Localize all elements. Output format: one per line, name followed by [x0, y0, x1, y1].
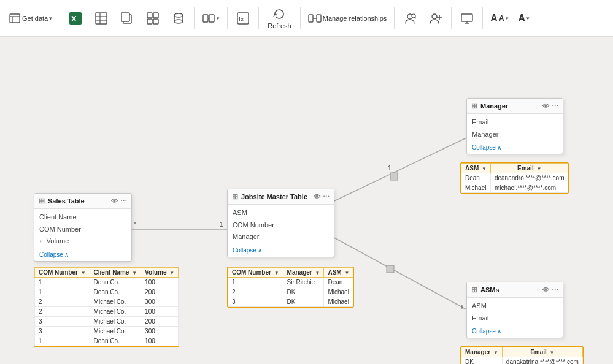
jobsite-col-asm[interactable]: ASM ▼	[324, 268, 353, 278]
manage-relationships-button[interactable]: Manage relationships	[304, 9, 391, 28]
table-row: 2Michael Co.100	[35, 307, 179, 317]
jobsite-col-comnumber[interactable]: COM Number ▼	[228, 268, 283, 278]
person-add-button[interactable]	[424, 9, 447, 28]
manager-table-header-left: ⊞ Manager	[471, 102, 508, 110]
table-cell: 100	[141, 336, 179, 346]
copy-button[interactable]	[115, 9, 139, 28]
table-cell: Dean Co.	[90, 278, 141, 287]
sales-field-volume: Σ Volume	[39, 235, 126, 248]
grid-button[interactable]	[141, 9, 164, 28]
sales-col-comnumber[interactable]: COM Number ▼	[35, 268, 90, 278]
table-cell: 3	[35, 317, 90, 327]
relationship-canvas[interactable]: * 1 1 * * 1 ⊞ Sales Table 👁 ⋯ Clie	[0, 37, 613, 364]
svg-rect-46	[387, 265, 394, 273]
table-icon-jobsite: ⊞	[232, 192, 238, 201]
manager-col-asm[interactable]: ASM ▼	[461, 164, 491, 173]
screen-button[interactable]	[455, 9, 479, 28]
table-cell: deanandro.****@****.com	[490, 173, 568, 183]
asms-col-email[interactable]: Email ▼	[502, 347, 582, 357]
table-cell: michael.****@****.com	[490, 183, 568, 193]
person-search-button[interactable]	[398, 9, 422, 28]
collapse-chevron-up3: ∧	[497, 144, 501, 151]
jobsite-collapse[interactable]: Collapse ∧	[228, 246, 334, 257]
sales-table-title: Sales Table	[48, 197, 85, 205]
jobsite-field-asm: ASM	[233, 207, 329, 219]
asms-table-title: ASMs	[480, 286, 499, 294]
sales-table-card: ⊞ Sales Table 👁 ⋯ Client Name COM Number…	[34, 193, 132, 262]
sales-collapse[interactable]: Collapse ∧	[34, 250, 131, 261]
transform-button[interactable]: ▾	[198, 9, 223, 28]
toolbar-sep-6	[394, 7, 395, 29]
collapse-chevron-up: ∧	[64, 251, 69, 258]
jobsite-data-table: COM Number ▼ Manager ▼ ASM ▼ 1Sir Ritchi…	[227, 267, 354, 308]
table-cell: Dean	[461, 173, 491, 183]
table-cell: Michael Co.	[90, 307, 141, 317]
table-cell: Michael Co.	[90, 327, 141, 336]
svg-rect-24	[309, 15, 313, 22]
table-cell: 2	[228, 287, 283, 297]
manager-eye-icon[interactable]: 👁	[542, 102, 549, 110]
svg-text:1: 1	[460, 304, 464, 311]
collapse-chevron-up4: ∧	[497, 328, 501, 335]
svg-rect-11	[147, 13, 152, 18]
toolbar-sep-4	[258, 7, 259, 29]
table-cell: Michael	[461, 183, 491, 193]
table-row: DKdanakatrina.****@****.com	[461, 357, 583, 365]
asms-col-manager[interactable]: Manager ▼	[461, 347, 503, 357]
manager-collapse[interactable]: Collapse ∧	[467, 143, 563, 154]
jobsite-eye-icon[interactable]: 👁	[314, 193, 320, 201]
sales-table-data: COM Number ▼ Client Name ▼ Volume ▼ 1Dea…	[34, 267, 179, 346]
asms-eye-icon[interactable]: 👁	[542, 286, 549, 294]
jobsite-table-card: ⊞ Jobsite Master Table 👁 ⋯ ASM COM Numbe…	[227, 189, 334, 257]
jobsite-col-manager[interactable]: Manager ▼	[283, 268, 324, 278]
table-icon-manager: ⊞	[471, 102, 477, 110]
table-button[interactable]	[90, 9, 113, 28]
svg-rect-33	[461, 14, 472, 21]
jobsite-table-title: Jobsite Master Table	[241, 193, 307, 200]
database-button[interactable]	[167, 9, 190, 28]
table-cell: 100	[141, 278, 179, 287]
table-cell: DK	[283, 287, 324, 297]
asms-data-table: Manager ▼ Email ▼ DKdanakatrina.****@***…	[460, 346, 584, 364]
toolbar-sep-1	[60, 7, 60, 29]
table-cell: Michael	[324, 287, 353, 297]
manager-col-email[interactable]: Email ▼	[490, 164, 568, 173]
sales-col-clientname[interactable]: Client Name ▼	[90, 268, 141, 278]
collapse-chevron-up2: ∧	[258, 247, 262, 254]
table-cell: Sir Ritchie	[283, 278, 324, 287]
svg-text:*: *	[134, 221, 136, 228]
new-measure-button[interactable]: fx	[231, 9, 255, 28]
sales-more-icon[interactable]: ⋯	[120, 197, 127, 205]
table-cell: DK	[283, 297, 324, 307]
table-cell: Dean	[324, 278, 353, 287]
toolbar-sep-7	[451, 7, 452, 29]
table-cell: 200	[141, 287, 179, 297]
sales-eye-icon[interactable]: 👁	[111, 197, 118, 205]
text-size-b-button[interactable]: A ▾	[515, 10, 534, 26]
table-row: 3Michael Co.300	[35, 327, 179, 336]
svg-point-15	[174, 13, 183, 17]
excel-button[interactable]: X	[64, 9, 87, 28]
table-cell: 300	[141, 297, 179, 307]
svg-rect-25	[317, 15, 321, 22]
manager-more-icon[interactable]: ⋯	[552, 102, 558, 110]
table-row: 3Michael Co.200	[35, 317, 179, 327]
jobsite-header-icons: 👁 ⋯	[314, 193, 330, 201]
table-cell: 1	[228, 278, 283, 287]
asms-more-icon[interactable]: ⋯	[552, 286, 558, 294]
asms-field-email: Email	[472, 313, 558, 325]
jobsite-table-rows: 1Sir RitchieDean2DKMichael3DKMichael	[228, 278, 353, 307]
text-size-button[interactable]: A A ▾	[487, 10, 512, 26]
refresh-button[interactable]: Refresh	[263, 5, 296, 32]
manager-field-email: Email	[472, 116, 558, 129]
asms-table-rows: DKdanakatrina.****@****.comSir Ritchieri…	[461, 357, 583, 365]
table-row: Michaelmichael.****@****.com	[461, 183, 568, 193]
asms-collapse[interactable]: Collapse ∧	[467, 327, 563, 338]
table-row: 3DKMichael	[228, 297, 353, 307]
get-data-button[interactable]: Get data ▾	[5, 10, 56, 27]
sales-col-volume[interactable]: Volume ▼	[141, 268, 179, 278]
svg-text:1: 1	[388, 165, 391, 172]
jobsite-more-icon[interactable]: ⋯	[323, 193, 330, 201]
svg-point-18	[174, 20, 183, 23]
svg-rect-19	[203, 15, 208, 22]
